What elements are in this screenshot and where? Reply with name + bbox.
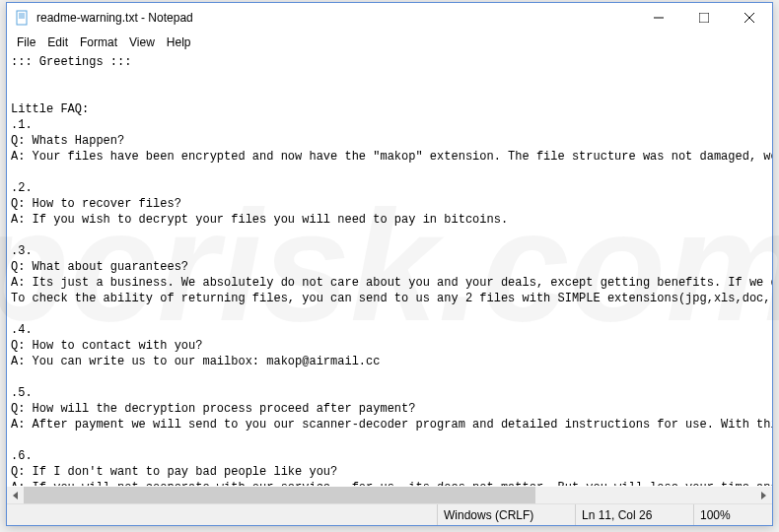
close-button[interactable]	[727, 3, 772, 33]
chevron-left-icon	[13, 492, 18, 499]
scroll-right-button[interactable]	[755, 487, 772, 503]
window-title: readme-warning.txt - Notepad	[36, 11, 636, 25]
menu-help[interactable]: Help	[161, 35, 197, 49]
text-editor[interactable]: ::: Greetings ::: Little FAQ: .1. Q: Wha…	[11, 54, 772, 486]
content-area: ::: Greetings ::: Little FAQ: .1. Q: Wha…	[7, 52, 772, 503]
scroll-thumb[interactable]	[24, 487, 535, 503]
menu-edit[interactable]: Edit	[41, 35, 74, 49]
notepad-window: readme-warning.txt - Notepad File Edit F…	[6, 2, 773, 526]
scroll-left-button[interactable]	[7, 487, 24, 503]
notepad-icon	[15, 10, 31, 26]
menu-view[interactable]: View	[123, 35, 161, 49]
statusbar: Windows (CRLF) Ln 11, Col 26 100%	[7, 503, 772, 525]
status-zoom: 100%	[693, 504, 772, 525]
horizontal-scrollbar[interactable]	[7, 487, 772, 503]
minimize-button[interactable]	[636, 3, 681, 33]
svg-rect-5	[699, 13, 709, 23]
maximize-button[interactable]	[681, 3, 727, 33]
window-controls	[636, 3, 772, 33]
menu-format[interactable]: Format	[74, 35, 123, 49]
menubar: File Edit Format View Help	[7, 33, 772, 52]
status-encoding: Windows (CRLF)	[437, 504, 575, 525]
menu-file[interactable]: File	[11, 35, 41, 49]
status-position: Ln 11, Col 26	[575, 504, 693, 525]
chevron-right-icon	[761, 492, 766, 499]
titlebar[interactable]: readme-warning.txt - Notepad	[7, 3, 772, 33]
scroll-track[interactable]	[24, 487, 755, 503]
